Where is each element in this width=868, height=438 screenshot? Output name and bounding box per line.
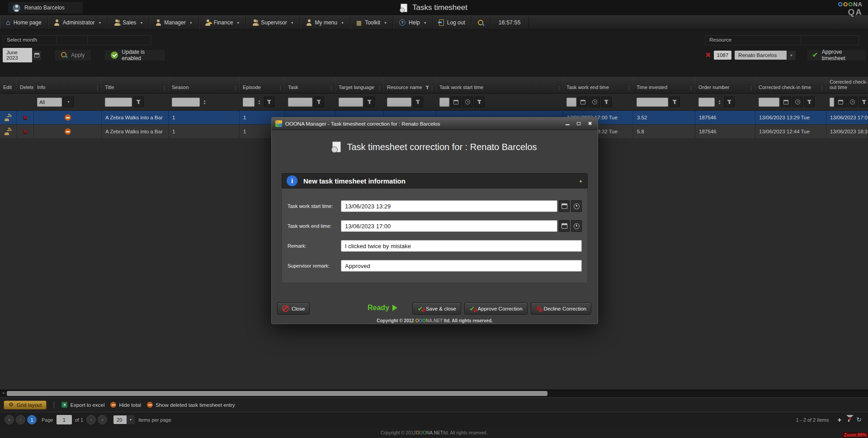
calendar-filter-button[interactable] — [451, 97, 461, 107]
column-header-season[interactable]: Season⋮ — [169, 77, 240, 93]
first-page-button[interactable]: « — [5, 415, 14, 424]
menu-item-log-out[interactable]: Log out — [433, 16, 472, 29]
maximize-button[interactable] — [575, 120, 583, 127]
funnel-filter-button[interactable] — [670, 97, 680, 107]
column-header-checkin_time[interactable]: Corrected check-in time⋮ — [755, 77, 826, 93]
funnel-filter-button[interactable] — [601, 97, 612, 107]
delete-entry-icon[interactable]: ✖ — [23, 114, 28, 121]
column-header-checkout_time[interactable]: Corrected check-out time — [826, 77, 868, 93]
filter-input-start_time[interactable] — [439, 98, 449, 107]
filter-input-end_time[interactable] — [566, 98, 576, 107]
refresh-icon[interactable]: ↻ — [856, 417, 862, 423]
minimize-button[interactable] — [563, 120, 571, 127]
menu-item-sales[interactable]: Sales▼ — [108, 16, 149, 29]
save-close-button[interactable]: ✔ Save & close — [412, 302, 461, 315]
filter-input-time_invested[interactable] — [637, 98, 668, 107]
column-menu-icon[interactable]: ⋮ — [820, 86, 825, 90]
menu-item-my-menu[interactable]: My menu▼ — [300, 16, 350, 29]
funnel-filter-button[interactable] — [264, 97, 274, 107]
scrollbar-thumb[interactable] — [7, 391, 547, 396]
apply-button[interactable]: Apply — [54, 49, 91, 61]
menu-item-supervisor[interactable]: Supervisor▼ — [246, 16, 300, 29]
page-size-value[interactable]: 20 — [113, 415, 127, 424]
spinner-buttons[interactable]: ▲▼ — [201, 99, 208, 105]
collapse-icon[interactable]: ▲ — [579, 179, 583, 183]
column-header-delete[interactable]: Delete — [17, 77, 34, 93]
filter-input-checkout_time[interactable] — [830, 98, 834, 107]
column-menu-icon[interactable]: ⋮ — [557, 86, 561, 90]
filter-input-order_number[interactable] — [698, 98, 715, 107]
clear-resource-icon[interactable]: ✖ — [705, 51, 711, 59]
current-page-button[interactable]: 1 — [27, 415, 37, 424]
approve-correction-button[interactable]: ✔ Approve Correction — [464, 302, 528, 315]
clock-filter-button[interactable] — [462, 97, 473, 107]
column-menu-icon[interactable]: ⋮ — [278, 86, 283, 90]
filter-input-checkin_time[interactable] — [759, 98, 779, 107]
funnel-filter-button[interactable] — [859, 97, 868, 107]
column-menu-icon[interactable]: ⋮ — [429, 86, 434, 90]
close-button[interactable]: Close — [277, 302, 310, 315]
clear-filters-icon[interactable] — [846, 417, 851, 422]
column-header-order_number[interactable]: Order number⋮ — [695, 77, 755, 93]
end-date-picker-button[interactable] — [559, 220, 570, 232]
column-header-task[interactable]: Task⋮ — [285, 77, 335, 93]
end-time-picker-button[interactable] — [571, 220, 582, 232]
month-calendar-button[interactable] — [32, 50, 42, 61]
horizontal-scrollbar[interactable]: ◄ — [0, 390, 868, 397]
dropdown-arrow-button[interactable]: ▼ — [63, 97, 74, 107]
start-time-picker-button[interactable] — [571, 200, 582, 212]
info-filter-select[interactable]: All — [37, 98, 62, 107]
column-header-edit[interactable]: Edit — [0, 77, 17, 93]
dialog-titlebar[interactable]: OOONA Manager - Task timesheet correctio… — [272, 118, 598, 130]
start-date-picker-button[interactable] — [559, 200, 570, 212]
spinner-buttons[interactable]: ▲▼ — [716, 99, 723, 105]
column-header-title[interactable]: Title⋮ — [102, 77, 169, 93]
edit-entry-icon[interactable] — [5, 128, 12, 135]
next-page-button[interactable]: › — [86, 415, 96, 424]
spinner-buttons[interactable]: ▲▼ — [256, 99, 263, 105]
column-header-target_language[interactable]: Target language⋮ — [335, 77, 384, 93]
funnel-filter-button[interactable] — [314, 97, 324, 107]
resource-dropdown-button[interactable]: ▼ — [787, 50, 797, 61]
delete-entry-icon[interactable]: ✖ — [23, 128, 28, 135]
column-menu-icon[interactable]: ⋮ — [162, 86, 167, 90]
column-header-resource_name[interactable]: Resource name⋮ — [384, 77, 436, 93]
scroll-left-icon[interactable]: ◄ — [1, 391, 5, 395]
user-menu-button[interactable]: Renato Barcelos — [8, 2, 83, 14]
decline-correction-button[interactable]: ✖ Decline Correction — [531, 302, 591, 315]
column-header-end_time[interactable]: Task work end time⋮ — [563, 77, 633, 93]
menu-item-manager[interactable]: Manager▼ — [149, 16, 198, 29]
clock-filter-button[interactable] — [590, 97, 600, 107]
page-number-input[interactable] — [57, 415, 72, 424]
column-header-start_time[interactable]: Task work start time⋮ — [436, 77, 563, 93]
calendar-filter-button[interactable] — [781, 97, 791, 107]
section-header[interactable]: i New task timesheet information ▲ — [282, 173, 588, 188]
menu-item-finance[interactable]: Finance▼ — [199, 16, 246, 29]
menu-item-help[interactable]: Help▼ — [393, 16, 433, 29]
filter-input-episode[interactable] — [243, 98, 255, 107]
previous-page-button[interactable]: ‹ — [16, 415, 25, 424]
show-deleted-button[interactable]: Show deleted task timesheet entry — [147, 402, 235, 408]
column-menu-icon[interactable]: ⋮ — [689, 86, 693, 90]
month-input[interactable]: June 2023 — [3, 48, 32, 62]
filter-input-task[interactable] — [288, 98, 312, 107]
menu-item-toolkit[interactable]: Toolkit▼ — [350, 16, 393, 29]
resource-select[interactable]: Renato Barcelos — [735, 51, 786, 60]
column-header-time_invested[interactable]: Time invested⋮ — [633, 77, 695, 93]
column-menu-icon[interactable]: ⋮ — [95, 86, 100, 90]
filter-input-resource_name[interactable] — [387, 98, 411, 107]
funnel-filter-button[interactable] — [804, 97, 815, 107]
funnel-filter-button[interactable] — [133, 97, 144, 107]
end-time-input[interactable] — [341, 220, 557, 232]
close-icon[interactable]: ✖ — [586, 120, 594, 127]
column-menu-icon[interactable]: ⋮ — [749, 86, 754, 90]
column-menu-icon[interactable]: ⋮ — [233, 86, 238, 90]
funnel-filter-button[interactable] — [364, 97, 375, 107]
start-time-input[interactable] — [341, 200, 557, 212]
approve-timesheet-button[interactable]: ✔ Approve timesheet — [807, 49, 866, 61]
column-menu-icon[interactable]: ⋮ — [627, 86, 632, 90]
column-header-info[interactable]: Info⋮ — [34, 77, 102, 93]
column-header-episode[interactable]: Episode⋮ — [240, 77, 285, 93]
export-excel-button[interactable]: X Export to excel — [61, 402, 104, 408]
page-size-dropdown-button[interactable]: ▼ — [127, 415, 135, 424]
